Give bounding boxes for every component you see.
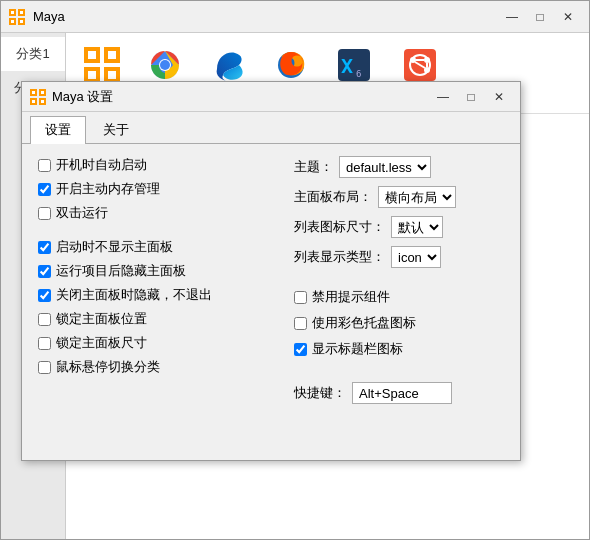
lock-size-label: 锁定主面板尺寸	[56, 334, 147, 352]
dialog-maximize-button[interactable]: □	[458, 86, 484, 108]
maya-icon	[82, 45, 122, 85]
memory-checkbox[interactable]	[38, 183, 51, 196]
svg-rect-7	[20, 20, 23, 23]
hotkey-label: 快捷键：	[294, 384, 346, 402]
hotkey-row: 快捷键：	[294, 382, 504, 404]
display-type-select[interactable]: icon	[391, 246, 441, 268]
dialog-titlebar: Maya 设置 — □ ✕	[22, 82, 520, 112]
svg-rect-12	[88, 51, 96, 59]
svg-point-20	[160, 60, 170, 70]
firefox-icon	[271, 45, 311, 85]
checkbox-hover-switch: 鼠标悬停切换分类	[38, 358, 274, 376]
svg-rect-13	[108, 51, 116, 59]
show-titlebar-label: 显示标题栏图标	[312, 340, 403, 358]
gitbash-icon	[400, 45, 440, 85]
lock-pos-checkbox[interactable]	[38, 313, 51, 326]
main-titlebar: Maya — □ ✕	[1, 1, 589, 33]
hide-on-close-label: 关闭主面板时隐藏，不退出	[56, 286, 212, 304]
svg-point-28	[424, 57, 430, 63]
color-tray-checkbox[interactable]	[294, 317, 307, 330]
dialog-title-buttons: — □ ✕	[430, 86, 512, 108]
autostart-label: 开机时自动启动	[56, 156, 147, 174]
hover-switch-checkbox[interactable]	[38, 361, 51, 374]
right-column: 主题： default.less dark.less 主面板布局： 横向布局 纵…	[294, 156, 504, 450]
dialog-content: 开机时自动启动 开启主动内存管理 双击运行 启动时不显示主面板 运行项	[22, 144, 520, 462]
autostart-checkbox[interactable]	[38, 159, 51, 172]
maya-logo	[9, 9, 25, 25]
icon-size-row: 列表图标尺寸： 默认	[294, 216, 504, 238]
tab-about[interactable]: 关于	[88, 116, 144, 143]
hide-after-run-label: 运行项目后隐藏主面板	[56, 262, 186, 280]
theme-label: 主题：	[294, 158, 333, 176]
main-title-buttons: — □ ✕	[499, 6, 581, 28]
svg-rect-40	[41, 100, 44, 103]
hover-switch-label: 鼠标悬停切换分类	[56, 358, 160, 376]
svg-text:X: X	[341, 54, 353, 78]
icon-size-select[interactable]: 默认	[391, 216, 443, 238]
memory-label: 开启主动内存管理	[56, 180, 160, 198]
checkbox-show-titlebar: 显示标题栏图标	[294, 340, 504, 358]
svg-rect-4	[11, 11, 14, 14]
checkbox-lock-size: 锁定主面板尺寸	[38, 334, 274, 352]
main-title: Maya	[33, 9, 499, 24]
dialog-title: Maya 设置	[52, 88, 430, 106]
lock-pos-label: 锁定主面板位置	[56, 310, 147, 328]
maximize-button[interactable]: □	[527, 6, 553, 28]
dialog-tabs: 设置 关于	[22, 112, 520, 144]
show-titlebar-checkbox[interactable]	[294, 343, 307, 356]
checkbox-autostart: 开机时自动启动	[38, 156, 274, 174]
minimize-button[interactable]: —	[499, 6, 525, 28]
svg-rect-6	[11, 20, 14, 23]
svg-rect-37	[32, 91, 35, 94]
svg-rect-38	[41, 91, 44, 94]
display-type-row: 列表显示类型： icon	[294, 246, 504, 268]
edge-icon	[209, 45, 249, 85]
color-tray-label: 使用彩色托盘图标	[312, 314, 416, 332]
svg-rect-15	[108, 71, 116, 79]
checkbox-hide-on-close: 关闭主面板时隐藏，不退出	[38, 286, 274, 304]
checkbox-doubleclick: 双击运行	[38, 204, 274, 222]
checkbox-hide-on-start: 启动时不显示主面板	[38, 238, 274, 256]
dialog-close-button[interactable]: ✕	[486, 86, 512, 108]
icon-size-label: 列表图标尺寸：	[294, 218, 385, 236]
checkbox-color-tray: 使用彩色托盘图标	[294, 314, 504, 332]
checkbox-disable-tooltip: 禁用提示组件	[294, 288, 504, 306]
svg-text:6: 6	[356, 69, 361, 79]
checkbox-memory: 开启主动内存管理	[38, 180, 274, 198]
checkbox-lock-pos: 锁定主面板位置	[38, 310, 274, 328]
tab-settings[interactable]: 设置	[30, 116, 86, 144]
layout-select[interactable]: 横向布局 纵向布局	[378, 186, 456, 208]
hide-on-start-checkbox[interactable]	[38, 241, 51, 254]
layout-row: 主面板布局： 横向布局 纵向布局	[294, 186, 504, 208]
theme-row: 主题： default.less dark.less	[294, 156, 504, 178]
hide-on-close-checkbox[interactable]	[38, 289, 51, 302]
disable-tooltip-label: 禁用提示组件	[312, 288, 390, 306]
hide-on-start-label: 启动时不显示主面板	[56, 238, 173, 256]
display-type-label: 列表显示类型：	[294, 248, 385, 266]
left-column: 开机时自动启动 开启主动内存管理 双击运行 启动时不显示主面板 运行项	[38, 156, 274, 450]
sidebar-item-category1[interactable]: 分类1	[1, 37, 65, 71]
hide-after-run-checkbox[interactable]	[38, 265, 51, 278]
main-window: Maya — □ ✕ 分类1 分类-2	[0, 0, 590, 540]
settings-dialog: Maya 设置 — □ ✕ 设置 关于 开机时自动启动 开启主动内存管	[21, 81, 521, 461]
checkbox-hide-after-run: 运行项目后隐藏主面板	[38, 262, 274, 280]
theme-select[interactable]: default.less dark.less	[339, 156, 431, 178]
svg-rect-5	[20, 11, 23, 14]
svg-rect-14	[88, 71, 96, 79]
hotkey-input[interactable]	[352, 382, 452, 404]
layout-label: 主面板布局：	[294, 188, 372, 206]
doubleclick-checkbox[interactable]	[38, 207, 51, 220]
chrome-icon	[145, 45, 185, 85]
close-button[interactable]: ✕	[555, 6, 581, 28]
dialog-minimize-button[interactable]: —	[430, 86, 456, 108]
xshell-icon: X 6	[334, 45, 374, 85]
doubleclick-label: 双击运行	[56, 204, 108, 222]
dialog-logo	[30, 89, 46, 105]
lock-size-checkbox[interactable]	[38, 337, 51, 350]
svg-rect-39	[32, 100, 35, 103]
disable-tooltip-checkbox[interactable]	[294, 291, 307, 304]
